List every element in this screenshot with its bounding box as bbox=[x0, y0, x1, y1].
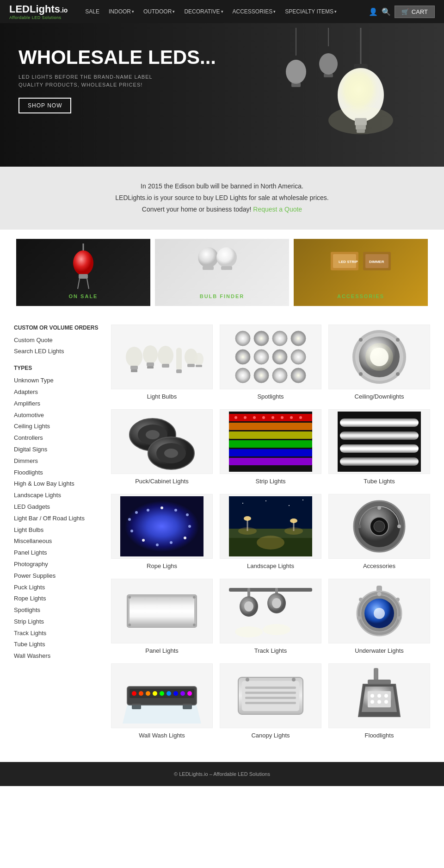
sidebar-type-7[interactable]: Dimmers bbox=[14, 456, 102, 467]
svg-point-108 bbox=[257, 536, 284, 550]
svg-rect-168 bbox=[245, 697, 296, 699]
sidebar-type-0[interactable]: Unknown Type bbox=[14, 375, 102, 387]
product-img-canopy[interactable] bbox=[220, 663, 321, 728]
product-strip-lights: Strip Lights bbox=[220, 409, 321, 485]
product-img-panel[interactable] bbox=[111, 579, 213, 643]
nav-sale[interactable]: SALE bbox=[81, 6, 103, 17]
svg-rect-169 bbox=[245, 702, 296, 704]
sidebar-type-8[interactable]: Floodlights bbox=[14, 467, 102, 479]
sidebar-type-14[interactable]: Miscellaneous bbox=[14, 536, 102, 547]
product-img-landscape[interactable] bbox=[220, 494, 321, 559]
product-img-track[interactable] bbox=[220, 579, 321, 643]
svg-point-160 bbox=[180, 691, 185, 696]
product-name-puck: Puck/Cabinet Lights bbox=[135, 478, 189, 485]
svg-point-135 bbox=[244, 601, 253, 612]
svg-point-114 bbox=[284, 527, 303, 535]
logo[interactable]: LEDLights.io Affordable LED Solutions bbox=[9, 3, 68, 20]
shop-now-button[interactable]: SHOP NOW bbox=[18, 98, 71, 113]
product-img-downlights[interactable] bbox=[328, 325, 430, 389]
svg-point-138 bbox=[272, 598, 281, 608]
info-line3: Convert your home or business today! Req… bbox=[9, 204, 435, 215]
sidebar-link-search-leds[interactable]: Search LED Lights bbox=[14, 346, 102, 357]
request-quote-link[interactable]: Request a Quote bbox=[253, 206, 302, 213]
nav-indoor[interactable]: INDOOR bbox=[105, 6, 138, 17]
sidebar-type-6[interactable]: Digital Signs bbox=[14, 444, 102, 456]
svg-point-147 bbox=[359, 598, 363, 601]
svg-point-95 bbox=[160, 506, 163, 509]
nav-decorative[interactable]: DECORATIVE bbox=[180, 6, 227, 17]
svg-rect-39 bbox=[176, 369, 182, 373]
logo-text: LEDLights.io bbox=[9, 3, 68, 15]
promo-sale-label: ON SALE bbox=[69, 293, 98, 299]
product-name-panel: Panel Lights bbox=[145, 647, 179, 654]
svg-point-154 bbox=[139, 691, 143, 696]
cart-label: CART bbox=[412, 8, 428, 15]
sidebar-type-3[interactable]: Automotive bbox=[14, 410, 102, 421]
sidebar-type-17[interactable]: Power Supplies bbox=[14, 570, 102, 582]
nav-specialty[interactable]: SPECIALTY ITEMS bbox=[281, 6, 340, 17]
sidebar-type-12[interactable]: Light Bar / Off Road Lights bbox=[14, 513, 102, 525]
svg-rect-74 bbox=[229, 431, 312, 439]
product-img-tube[interactable] bbox=[328, 409, 430, 474]
svg-point-64 bbox=[365, 343, 393, 371]
svg-point-157 bbox=[160, 691, 164, 696]
cart-button[interactable]: 🛒 CART bbox=[395, 6, 435, 18]
sidebar-type-20[interactable]: Spotlights bbox=[14, 605, 102, 616]
search-icon[interactable]: 🔍 bbox=[382, 7, 391, 16]
svg-rect-34 bbox=[147, 362, 154, 366]
svg-rect-127 bbox=[130, 597, 194, 625]
sidebar-type-9[interactable]: High & Low Bay Lights bbox=[14, 478, 102, 490]
promo-accessories-label: ACCESSORIES bbox=[337, 293, 384, 299]
product-img-wallwash[interactable] bbox=[111, 663, 213, 728]
sidebar-type-11[interactable]: LED Gadgets bbox=[14, 501, 102, 513]
promo-accessories[interactable]: LED STRIP DIMMER ACCESSORIES bbox=[294, 239, 428, 306]
sidebar-type-13[interactable]: Light Bulbs bbox=[14, 525, 102, 536]
svg-point-145 bbox=[374, 608, 385, 619]
sidebar-type-2[interactable]: Amplifiers bbox=[14, 398, 102, 410]
nav-outdoor[interactable]: OUTDOOR bbox=[140, 6, 179, 17]
sidebar-type-10[interactable]: Landscape Lights bbox=[14, 490, 102, 501]
product-img-spotlights[interactable] bbox=[220, 325, 321, 389]
sidebar-type-19[interactable]: Rope Lights bbox=[14, 593, 102, 605]
svg-point-155 bbox=[146, 691, 150, 696]
product-img-floodlights[interactable] bbox=[328, 663, 430, 728]
sidebar-type-15[interactable]: Panel Lights bbox=[14, 547, 102, 559]
product-img-puck[interactable] bbox=[111, 409, 213, 474]
sidebar-type-16[interactable]: Photography bbox=[14, 559, 102, 570]
svg-point-149 bbox=[357, 616, 361, 620]
svg-point-131 bbox=[193, 624, 196, 626]
svg-point-21 bbox=[216, 247, 237, 268]
product-name-rope: Rope Lighs bbox=[147, 562, 177, 569]
svg-point-118 bbox=[302, 500, 303, 500]
promo-bulb-finder[interactable]: BULB FINDER bbox=[155, 239, 289, 306]
floodlights-thumb bbox=[338, 666, 421, 726]
svg-point-125 bbox=[374, 521, 385, 532]
product-img-rope[interactable] bbox=[111, 494, 213, 559]
nav-accessories[interactable]: ACCESSORIES bbox=[229, 6, 280, 17]
product-img-strip[interactable] bbox=[220, 409, 321, 474]
sidebar-type-18[interactable]: Puck Lights bbox=[14, 582, 102, 593]
sidebar-type-24[interactable]: Wall Washers bbox=[14, 650, 102, 662]
sidebar-link-custom-quote[interactable]: Custom Quote bbox=[14, 335, 102, 346]
promo-sale[interactable]: ON SALE bbox=[16, 239, 150, 306]
sidebar-type-21[interactable]: Strip Lights bbox=[14, 616, 102, 628]
sidebar-type-22[interactable]: Track Lights bbox=[14, 628, 102, 639]
svg-point-148 bbox=[396, 598, 400, 601]
sidebar-type-23[interactable]: Tube Lights bbox=[14, 639, 102, 650]
product-tube-lights: Tube Lights bbox=[328, 409, 430, 485]
sidebar-type-4[interactable]: Ceiling Lights bbox=[14, 421, 102, 432]
svg-rect-35 bbox=[147, 366, 154, 368]
sidebar-type-5[interactable]: Controllers bbox=[14, 432, 102, 444]
product-wallwash: Wall Wash Lights bbox=[111, 663, 213, 739]
product-img-underwater[interactable] bbox=[328, 579, 430, 643]
svg-point-101 bbox=[156, 543, 159, 546]
svg-point-171 bbox=[292, 678, 296, 681]
product-img-accessories[interactable] bbox=[328, 494, 430, 559]
product-accessories: Accessories bbox=[328, 494, 430, 569]
user-icon[interactable]: 👤 bbox=[369, 7, 378, 16]
sidebar-type-1[interactable]: Adapters bbox=[14, 387, 102, 398]
product-img-light-bulbs[interactable] bbox=[111, 325, 213, 389]
svg-rect-75 bbox=[229, 440, 312, 448]
sidebar-types-title: TYPES bbox=[14, 365, 102, 371]
info-strip: In 2015 the Edison bulb will be banned i… bbox=[0, 167, 444, 230]
